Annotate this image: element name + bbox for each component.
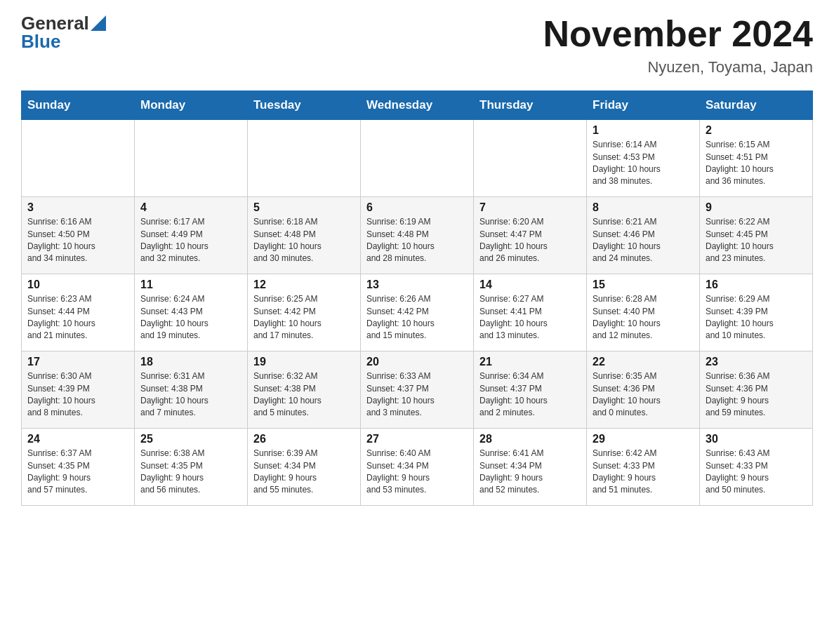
- calendar-cell: 10Sunrise: 6:23 AMSunset: 4:44 PMDayligh…: [22, 274, 135, 351]
- calendar-cell: 30Sunrise: 6:43 AMSunset: 4:33 PMDayligh…: [700, 429, 813, 506]
- calendar-cell: 24Sunrise: 6:37 AMSunset: 4:35 PMDayligh…: [22, 429, 135, 506]
- calendar-cell: 26Sunrise: 6:39 AMSunset: 4:34 PMDayligh…: [248, 429, 361, 506]
- day-info: Sunrise: 6:16 AMSunset: 4:50 PMDaylight:…: [27, 216, 128, 265]
- day-info: Sunrise: 6:37 AMSunset: 4:35 PMDaylight:…: [27, 448, 128, 497]
- calendar-cell: [248, 120, 361, 197]
- day-number: 6: [366, 201, 468, 214]
- day-number: 30: [706, 433, 807, 445]
- day-info: Sunrise: 6:24 AMSunset: 4:43 PMDaylight:…: [140, 293, 241, 342]
- calendar-cell: 8Sunrise: 6:21 AMSunset: 4:46 PMDaylight…: [587, 197, 700, 274]
- calendar-cell: 17Sunrise: 6:30 AMSunset: 4:39 PMDayligh…: [22, 351, 135, 429]
- day-info: Sunrise: 6:36 AMSunset: 4:36 PMDaylight:…: [706, 370, 807, 420]
- day-info: Sunrise: 6:22 AMSunset: 4:45 PMDaylight:…: [706, 216, 807, 265]
- logo: General Blue: [21, 14, 106, 51]
- day-info: Sunrise: 6:19 AMSunset: 4:48 PMDaylight:…: [366, 216, 468, 265]
- day-number: 24: [27, 433, 128, 445]
- logo-general-text: General: [21, 14, 89, 32]
- calendar-cell: 19Sunrise: 6:32 AMSunset: 4:38 PMDayligh…: [248, 351, 361, 429]
- calendar-cell: 22Sunrise: 6:35 AMSunset: 4:36 PMDayligh…: [587, 351, 700, 429]
- day-number: 7: [479, 201, 581, 214]
- day-number: 21: [479, 356, 581, 368]
- calendar-cell: 29Sunrise: 6:42 AMSunset: 4:33 PMDayligh…: [587, 429, 700, 506]
- day-number: 9: [706, 201, 807, 214]
- page-header: General Blue November 2024 Nyuzen, Toyam…: [21, 14, 813, 76]
- day-info: Sunrise: 6:18 AMSunset: 4:48 PMDaylight:…: [253, 216, 355, 265]
- day-info: Sunrise: 6:38 AMSunset: 4:35 PMDaylight:…: [140, 448, 241, 497]
- day-number: 25: [140, 433, 241, 445]
- day-number: 18: [140, 356, 241, 368]
- day-number: 16: [706, 279, 807, 291]
- day-info: Sunrise: 6:34 AMSunset: 4:37 PMDaylight:…: [479, 370, 581, 420]
- calendar-header-sunday: Sunday: [22, 91, 135, 120]
- calendar-cell: 21Sunrise: 6:34 AMSunset: 4:37 PMDayligh…: [474, 351, 587, 429]
- day-info: Sunrise: 6:15 AMSunset: 4:51 PMDaylight:…: [706, 139, 807, 188]
- calendar-cell: [361, 120, 474, 197]
- month-title: November 2024: [543, 14, 813, 54]
- calendar-header-friday: Friday: [587, 91, 700, 120]
- calendar-week-row: 3Sunrise: 6:16 AMSunset: 4:50 PMDaylight…: [22, 197, 813, 274]
- calendar-cell: 16Sunrise: 6:29 AMSunset: 4:39 PMDayligh…: [700, 274, 813, 351]
- calendar-header-wednesday: Wednesday: [361, 91, 474, 120]
- day-number: 11: [140, 279, 241, 291]
- day-info: Sunrise: 6:28 AMSunset: 4:40 PMDaylight:…: [593, 293, 694, 342]
- calendar-header-saturday: Saturday: [700, 91, 813, 120]
- day-info: Sunrise: 6:26 AMSunset: 4:42 PMDaylight:…: [366, 293, 468, 342]
- day-number: 12: [253, 279, 355, 291]
- day-number: 20: [366, 356, 468, 368]
- day-info: Sunrise: 6:43 AMSunset: 4:33 PMDaylight:…: [706, 448, 807, 497]
- calendar-cell: 20Sunrise: 6:33 AMSunset: 4:37 PMDayligh…: [361, 351, 474, 429]
- calendar-table: SundayMondayTuesdayWednesdayThursdayFrid…: [21, 90, 813, 506]
- logo-triangle-icon: [91, 15, 106, 31]
- day-number: 8: [593, 201, 694, 214]
- svg-marker-0: [91, 15, 106, 31]
- day-number: 2: [706, 124, 807, 137]
- day-info: Sunrise: 6:40 AMSunset: 4:34 PMDaylight:…: [366, 448, 468, 497]
- day-info: Sunrise: 6:20 AMSunset: 4:47 PMDaylight:…: [479, 216, 581, 265]
- day-number: 29: [593, 433, 694, 445]
- calendar-cell: 12Sunrise: 6:25 AMSunset: 4:42 PMDayligh…: [248, 274, 361, 351]
- calendar-header-row: SundayMondayTuesdayWednesdayThursdayFrid…: [22, 91, 813, 120]
- day-info: Sunrise: 6:33 AMSunset: 4:37 PMDaylight:…: [366, 370, 468, 420]
- day-number: 1: [593, 124, 694, 137]
- day-number: 26: [253, 433, 355, 445]
- calendar-cell: 14Sunrise: 6:27 AMSunset: 4:41 PMDayligh…: [474, 274, 587, 351]
- calendar-cell: 6Sunrise: 6:19 AMSunset: 4:48 PMDaylight…: [361, 197, 474, 274]
- day-number: 19: [253, 356, 355, 368]
- location-text: Nyuzen, Toyama, Japan: [543, 58, 813, 76]
- day-info: Sunrise: 6:21 AMSunset: 4:46 PMDaylight:…: [593, 216, 694, 265]
- day-number: 23: [706, 356, 807, 368]
- calendar-cell: [22, 120, 135, 197]
- day-number: 22: [593, 356, 694, 368]
- calendar-week-row: 1Sunrise: 6:14 AMSunset: 4:53 PMDaylight…: [22, 120, 813, 197]
- calendar-cell: [135, 120, 248, 197]
- calendar-header-thursday: Thursday: [474, 91, 587, 120]
- day-info: Sunrise: 6:25 AMSunset: 4:42 PMDaylight:…: [253, 293, 355, 342]
- day-info: Sunrise: 6:17 AMSunset: 4:49 PMDaylight:…: [140, 216, 241, 265]
- calendar-cell: 11Sunrise: 6:24 AMSunset: 4:43 PMDayligh…: [135, 274, 248, 351]
- day-info: Sunrise: 6:32 AMSunset: 4:38 PMDaylight:…: [253, 370, 355, 420]
- calendar-cell: 4Sunrise: 6:17 AMSunset: 4:49 PMDaylight…: [135, 197, 248, 274]
- day-info: Sunrise: 6:29 AMSunset: 4:39 PMDaylight:…: [706, 293, 807, 342]
- calendar-cell: 27Sunrise: 6:40 AMSunset: 4:34 PMDayligh…: [361, 429, 474, 506]
- day-number: 3: [27, 201, 128, 214]
- calendar-cell: [474, 120, 587, 197]
- day-number: 14: [479, 279, 581, 291]
- calendar-cell: 7Sunrise: 6:20 AMSunset: 4:47 PMDaylight…: [474, 197, 587, 274]
- day-info: Sunrise: 6:27 AMSunset: 4:41 PMDaylight:…: [479, 293, 581, 342]
- day-number: 10: [27, 279, 128, 291]
- calendar-cell: 3Sunrise: 6:16 AMSunset: 4:50 PMDaylight…: [22, 197, 135, 274]
- calendar-cell: 15Sunrise: 6:28 AMSunset: 4:40 PMDayligh…: [587, 274, 700, 351]
- calendar-week-row: 17Sunrise: 6:30 AMSunset: 4:39 PMDayligh…: [22, 351, 813, 429]
- calendar-header-tuesday: Tuesday: [248, 91, 361, 120]
- calendar-cell: 5Sunrise: 6:18 AMSunset: 4:48 PMDaylight…: [248, 197, 361, 274]
- calendar-cell: 23Sunrise: 6:36 AMSunset: 4:36 PMDayligh…: [700, 351, 813, 429]
- logo-blue-text: Blue: [21, 32, 60, 51]
- day-info: Sunrise: 6:31 AMSunset: 4:38 PMDaylight:…: [140, 370, 241, 420]
- day-info: Sunrise: 6:42 AMSunset: 4:33 PMDaylight:…: [593, 448, 694, 497]
- calendar-cell: 25Sunrise: 6:38 AMSunset: 4:35 PMDayligh…: [135, 429, 248, 506]
- calendar-cell: 9Sunrise: 6:22 AMSunset: 4:45 PMDaylight…: [700, 197, 813, 274]
- day-number: 28: [479, 433, 581, 445]
- day-number: 17: [27, 356, 128, 368]
- day-info: Sunrise: 6:30 AMSunset: 4:39 PMDaylight:…: [27, 370, 128, 420]
- calendar-cell: 13Sunrise: 6:26 AMSunset: 4:42 PMDayligh…: [361, 274, 474, 351]
